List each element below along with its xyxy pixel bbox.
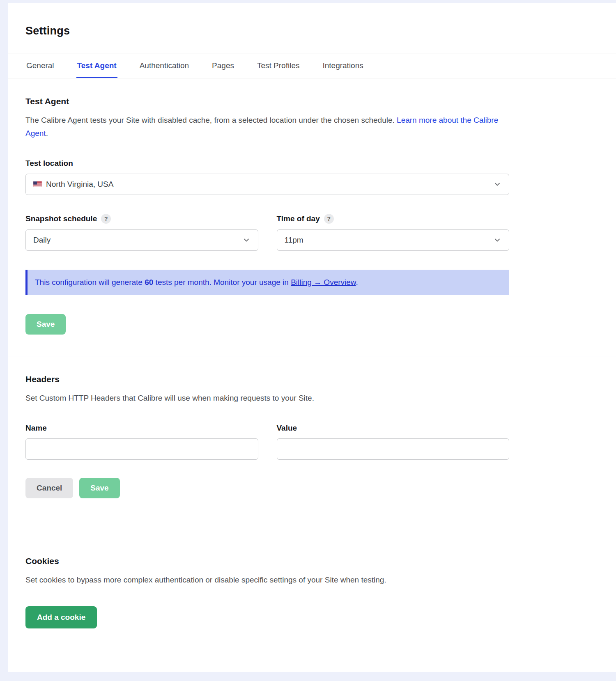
tab-test-profiles[interactable]: Test Profiles xyxy=(256,53,300,78)
tab-general[interactable]: General xyxy=(25,53,55,78)
header-fields-row: Name Value xyxy=(25,405,509,460)
time-of-day-label-text: Time of day xyxy=(277,214,320,223)
save-button[interactable]: Save xyxy=(25,314,66,335)
headers-description: Set Custom HTTP Headers that Calibre wil… xyxy=(25,392,509,405)
test-location-value: North Virginia, USA xyxy=(46,180,113,189)
header-value-input[interactable] xyxy=(277,438,510,460)
chevron-down-icon xyxy=(493,236,501,244)
cookies-actions: Add a cookie xyxy=(25,606,509,628)
headers-section: Headers Set Custom HTTP Headers that Cal… xyxy=(8,374,616,498)
snapshot-schedule-field: Snapshot schedule ? Daily xyxy=(25,195,258,251)
tab-pages[interactable]: Pages xyxy=(211,53,235,78)
time-of-day-label: Time of day ? xyxy=(277,214,510,224)
page-title: Settings xyxy=(25,25,616,37)
us-flag-icon xyxy=(33,181,42,187)
header-name-label: Name xyxy=(25,424,258,433)
tab-authentication[interactable]: Authentication xyxy=(139,53,190,78)
snapshot-schedule-value: Daily xyxy=(33,236,51,245)
headers-actions: Cancel Save xyxy=(25,478,509,498)
schedule-row: Snapshot schedule ? Daily Time of day ? … xyxy=(25,195,509,251)
header-value-label: Value xyxy=(277,424,510,433)
banner-text-end: . xyxy=(356,278,358,287)
test-location-label-text: Test location xyxy=(25,159,73,168)
test-location-label: Test location xyxy=(25,159,509,168)
usage-banner: This configuration will generate 60 test… xyxy=(25,270,509,295)
banner-text: This configuration will generate xyxy=(35,278,145,287)
snapshot-schedule-label-text: Snapshot schedule xyxy=(25,214,97,223)
settings-tabs: General Test Agent Authentication Pages … xyxy=(8,53,616,78)
headers-heading: Headers xyxy=(25,374,509,384)
header-name-input[interactable] xyxy=(25,438,258,460)
tab-test-agent[interactable]: Test Agent xyxy=(76,53,117,78)
description-text: The Calibre Agent tests your Site with d… xyxy=(25,116,397,124)
test-location-select[interactable]: North Virginia, USA xyxy=(25,174,509,195)
section-divider xyxy=(8,356,616,356)
section-divider xyxy=(8,538,616,538)
cookies-heading: Cookies xyxy=(25,556,509,566)
add-cookie-button[interactable]: Add a cookie xyxy=(25,606,97,628)
settings-card: Settings General Test Agent Authenticati… xyxy=(8,3,616,672)
header-value-field: Value xyxy=(277,405,510,460)
tab-integrations[interactable]: Integrations xyxy=(322,53,364,78)
snapshot-schedule-label: Snapshot schedule ? xyxy=(25,214,258,224)
cookies-section: Cookies Set cookies to bypass more compl… xyxy=(8,556,616,628)
time-of-day-value: 11pm xyxy=(285,236,303,245)
test-agent-heading: Test Agent xyxy=(25,96,509,106)
test-agent-actions: Save xyxy=(25,314,509,335)
chevron-down-icon xyxy=(242,236,251,244)
cookies-description: Set cookies to bypass more complex authe… xyxy=(25,573,509,587)
banner-test-count: 60 xyxy=(145,278,153,287)
billing-overview-link[interactable]: Billing → Overview xyxy=(291,278,356,287)
time-of-day-field: Time of day ? 11pm xyxy=(277,195,510,251)
header-name-label-text: Name xyxy=(25,424,47,433)
cancel-button[interactable]: Cancel xyxy=(25,478,73,498)
banner-text-2: tests per month. Monitor your usage in xyxy=(153,278,291,287)
chevron-down-icon xyxy=(493,180,501,188)
help-icon[interactable]: ? xyxy=(324,214,334,224)
description-text-end: . xyxy=(46,129,48,138)
header-name-field: Name xyxy=(25,405,258,460)
time-of-day-select[interactable]: 11pm xyxy=(277,229,510,251)
save-button[interactable]: Save xyxy=(79,478,120,498)
help-icon[interactable]: ? xyxy=(101,214,111,224)
test-agent-section: Test Agent The Calibre Agent tests your … xyxy=(8,96,616,335)
snapshot-schedule-select[interactable]: Daily xyxy=(25,229,258,251)
header-value-label-text: Value xyxy=(277,424,297,433)
test-agent-description: The Calibre Agent tests your Site with d… xyxy=(25,114,509,140)
